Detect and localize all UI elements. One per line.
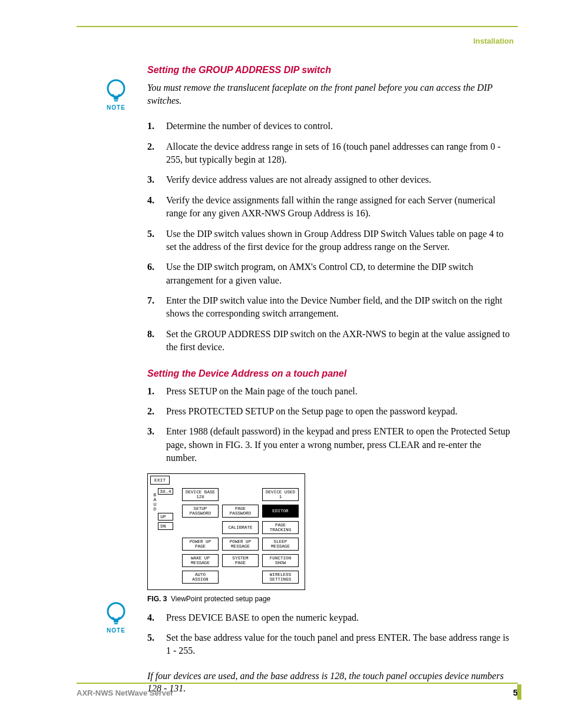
footer-notch (517, 684, 521, 700)
power-up-message-button[interactable]: POWER UPMESSAGE (222, 538, 259, 551)
step-item: Set the GROUP ADDRESS DIP switch on the … (164, 328, 514, 354)
panel-baud-column: B A U D 38.4 UP DN (150, 488, 176, 584)
page-footer: AXR-NWS NetWave Server 5 (77, 683, 518, 697)
calibrate-button[interactable]: CALIBRATE (222, 521, 259, 534)
note-icon: NOTE (100, 78, 132, 111)
power-up-page-button[interactable]: POWER UPPAGE (182, 538, 219, 551)
note-icon: NOTE (100, 601, 132, 634)
device-base-button[interactable]: DEVICE BASE128 (182, 488, 219, 501)
step-item: Verify device address values are not alr… (164, 173, 514, 186)
svg-rect-5 (114, 623, 118, 624)
footer-rule (77, 683, 518, 684)
steps-list-1: Determine the number of devices to contr… (147, 120, 514, 354)
system-page-button[interactable]: SYSTEMPAGE (222, 554, 259, 567)
step-item: Enter the DIP switch value into the Devi… (164, 294, 514, 321)
section-heading-1: Setting the GROUP ADDRESS DIP switch (147, 65, 514, 75)
step-item: Allocate the device address range in set… (164, 140, 514, 167)
svg-rect-4 (114, 621, 118, 622)
step-item: Press SETUP on the Main page of the touc… (164, 385, 514, 398)
panel-button-grid: DEVICE BASE128 DEVICE USED1 SETUPPASSWOR… (182, 488, 299, 584)
note-text-1: You must remove the translucent faceplat… (147, 81, 514, 107)
setup-password-button[interactable]: SETUPPASSWORD (182, 505, 219, 518)
step-item: Verify the device assignments fall withi… (164, 194, 514, 220)
lightbulb-icon (104, 78, 128, 103)
note-label: NOTE (100, 104, 132, 111)
wake-up-message-button[interactable]: WAKE UPMESSAGE (182, 554, 219, 567)
svg-rect-2 (114, 100, 118, 101)
baud-value: 38.4 (158, 488, 173, 495)
step-item: Use the DIP switch values shown in Group… (164, 228, 514, 254)
step-item: Enter 1988 (default password) in the key… (164, 425, 514, 465)
svg-point-0 (108, 80, 124, 97)
wireless-settings-button[interactable]: WIRELESSSETTINGS (262, 571, 299, 584)
panel-exit-button[interactable]: EXIT (150, 476, 170, 485)
baud-label: B A U D (153, 493, 156, 512)
step-item: Set the base address value for the touch… (164, 631, 514, 658)
function-show-button[interactable]: FUNCTIONSHOW (262, 554, 299, 567)
sleep-message-button[interactable]: SLEEPMESSAGE (262, 538, 299, 551)
lightbulb-icon (104, 601, 128, 626)
auto-assign-button[interactable]: AUTOASSIGN (182, 571, 219, 584)
section-heading-2: Setting the Device Address on a touch pa… (147, 368, 514, 379)
step-item: Determine the number of devices to contr… (164, 120, 514, 133)
figure-3-panel: EXIT B A U D 38.4 UP DN (147, 473, 305, 590)
steps-list-2b: Press DEVICE BASE to open the numeric ke… (147, 611, 514, 658)
page-password-button[interactable]: PAGEPASSWORD (222, 505, 259, 518)
svg-rect-1 (114, 98, 118, 100)
empty-cell (222, 488, 259, 501)
empty-cell (182, 521, 219, 534)
header-rule (77, 26, 518, 27)
empty-cell (222, 571, 259, 584)
step-item: Use the DIP switch program, on AMX's Con… (164, 261, 514, 287)
device-used-button[interactable]: DEVICE USED1 (262, 488, 299, 501)
footer-product-name: AXR-NWS NetWave Server (77, 689, 173, 697)
step-item: Press DEVICE BASE to open the numeric ke… (164, 611, 514, 624)
page-tracking-button[interactable]: PAGETRACKING (262, 521, 299, 534)
svg-point-3 (108, 603, 124, 620)
page-content: Setting the GROUP ADDRESS DIP switch You… (147, 65, 514, 708)
baud-up-button[interactable]: UP (158, 513, 173, 521)
steps-list-2a: Press SETUP on the Main page of the touc… (147, 385, 514, 465)
step-item: Press PROTECTED SETUP on the Setup page … (164, 405, 514, 418)
figure-3-caption: FIG. 3 ViewPoint protected setup page (147, 595, 514, 603)
editor-button[interactable]: EDITOR (262, 505, 299, 518)
header-section: Installation (473, 37, 514, 45)
baud-down-button[interactable]: DN (158, 522, 173, 530)
note-label: NOTE (100, 627, 132, 634)
